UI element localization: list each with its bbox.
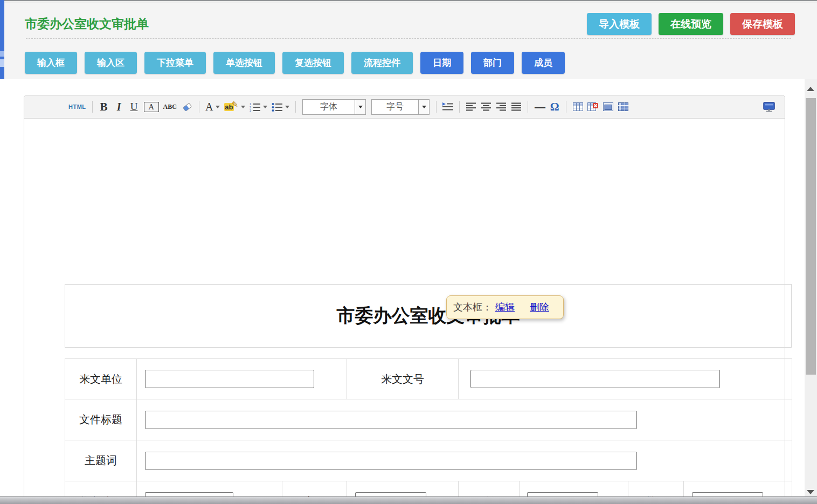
svg-text:3: 3 <box>250 109 251 112</box>
form-title-box: 市委办公室收文审批单 <box>65 284 792 348</box>
widget-toolbar: 输入框 输入区 下拉菜单 单选按钮 复选按钮 流程控件 日期 部门 成员 <box>25 52 565 74</box>
source-unit-label: 来文单位 <box>65 359 137 399</box>
source-unit-input[interactable] <box>145 370 314 388</box>
chevron-down-icon[interactable] <box>355 100 365 114</box>
font-color-icon[interactable]: A <box>205 99 220 114</box>
add-flow-control-button[interactable]: 流程控件 <box>351 52 413 74</box>
doc-title-label: 文件标题 <box>65 399 137 440</box>
toolbar-separator <box>199 101 199 113</box>
scrollbar-thumb[interactable] <box>806 98 816 375</box>
fullscreen-icon[interactable] <box>763 99 775 114</box>
side-strip-mark <box>0 59 4 67</box>
bold-icon[interactable]: B <box>99 99 109 114</box>
strikethrough-icon[interactable]: ABC <box>163 99 177 114</box>
online-preview-button[interactable]: 在线预览 <box>659 13 723 35</box>
page-title: 市委办公室收文审批单 <box>25 16 149 32</box>
add-input-box-button[interactable]: 输入框 <box>25 52 77 74</box>
ordered-list-icon[interactable]: 1 2 3 <box>250 99 267 114</box>
add-checkbox-button[interactable]: 复选按钮 <box>282 52 344 74</box>
html-source-icon[interactable]: HTML <box>68 99 86 114</box>
align-center-icon[interactable] <box>481 99 491 114</box>
vertical-scrollbar[interactable] <box>805 79 817 504</box>
toolbar-separator <box>528 101 528 113</box>
insert-table-icon[interactable] <box>572 99 583 114</box>
doc-title-input[interactable] <box>145 411 637 429</box>
approval-form-table: 来文单位 来文文号 文件标题 主题词 收文编号 密 <box>65 358 792 504</box>
template-actions: 导入模板 在线预览 保存模板 <box>587 13 795 35</box>
indent-icon[interactable] <box>442 99 453 114</box>
add-input-area-button[interactable]: 输入区 <box>85 52 137 74</box>
chevron-down-icon <box>216 106 220 108</box>
special-character-icon[interactable]: Ω <box>549 99 560 114</box>
chevron-down-icon <box>263 106 267 108</box>
window-top-border-light <box>0 1 817 3</box>
align-right-icon[interactable] <box>496 99 507 114</box>
add-department-button[interactable]: 部门 <box>471 52 514 74</box>
chevron-down-icon[interactable] <box>418 100 429 114</box>
keywords-cell <box>137 440 792 481</box>
header-divider <box>26 38 791 39</box>
side-strip-mark <box>0 51 4 57</box>
italic-icon[interactable]: I <box>114 99 124 114</box>
editor-toolbar: HTML B I U A ABC A ab ✎ 1 2 3 <box>24 95 785 119</box>
toolbar-separator <box>295 101 296 113</box>
save-template-button[interactable]: 保存模板 <box>730 13 795 35</box>
window-bottom-edge <box>0 496 817 504</box>
textbox-action-tooltip: 文本框： 编辑 删除 <box>446 295 564 319</box>
toolbar-separator <box>566 101 566 113</box>
underline-icon[interactable]: U <box>129 99 140 114</box>
rich-text-editor: HTML B I U A ABC A ab ✎ 1 2 3 <box>24 95 785 504</box>
font-size-select[interactable]: 字号 <box>371 99 430 115</box>
delete-table-icon[interactable] <box>587 99 598 114</box>
horizontal-rule-icon[interactable]: — <box>534 99 545 114</box>
table-row: 来文单位 来文文号 <box>65 359 792 399</box>
add-date-button[interactable]: 日期 <box>420 52 463 74</box>
add-dropdown-button[interactable]: 下拉菜单 <box>144 52 206 74</box>
align-left-icon[interactable] <box>466 99 476 114</box>
table-row: 主题词 <box>65 440 792 481</box>
toolbar-separator <box>436 101 437 113</box>
unordered-list-icon[interactable] <box>272 99 289 114</box>
font-family-select[interactable]: 字体 <box>302 99 366 115</box>
chevron-down-icon <box>285 106 289 108</box>
add-member-button[interactable]: 成员 <box>522 52 565 74</box>
cell-properties-icon[interactable] <box>603 99 613 114</box>
eraser-icon[interactable] <box>181 99 193 114</box>
toolbar-separator <box>92 101 93 113</box>
doc-number-input[interactable] <box>470 370 720 388</box>
delete-textbox-link[interactable]: 删除 <box>530 301 549 314</box>
edit-textbox-link[interactable]: 编辑 <box>495 301 515 314</box>
scroll-down-arrow-icon[interactable] <box>807 490 814 494</box>
chevron-down-icon <box>241 106 245 108</box>
source-unit-cell <box>137 359 347 399</box>
doc-number-label: 来文文号 <box>347 359 459 399</box>
scroll-up-arrow-icon[interactable] <box>807 87 814 91</box>
toolbar-separator <box>459 101 460 113</box>
align-justify-icon[interactable] <box>511 99 522 114</box>
keywords-label: 主题词 <box>65 440 137 481</box>
import-template-button[interactable]: 导入模板 <box>587 13 652 35</box>
add-radio-button[interactable]: 单选按钮 <box>213 52 275 74</box>
table-header-icon[interactable] <box>618 99 628 114</box>
browser-side-strip <box>0 0 4 79</box>
highlight-color-icon[interactable]: ab ✎ <box>224 99 245 114</box>
tooltip-label: 文本框： <box>453 301 492 314</box>
doc-number-cell <box>459 359 792 399</box>
doc-title-cell <box>137 399 792 440</box>
table-row: 文件标题 <box>65 399 792 440</box>
font-block-icon[interactable]: A <box>144 102 159 112</box>
page-header: 市委办公室收文审批单 导入模板 在线预览 保存模板 输入框 输入区 下拉菜单 单… <box>4 3 817 79</box>
keywords-input[interactable] <box>145 452 637 470</box>
